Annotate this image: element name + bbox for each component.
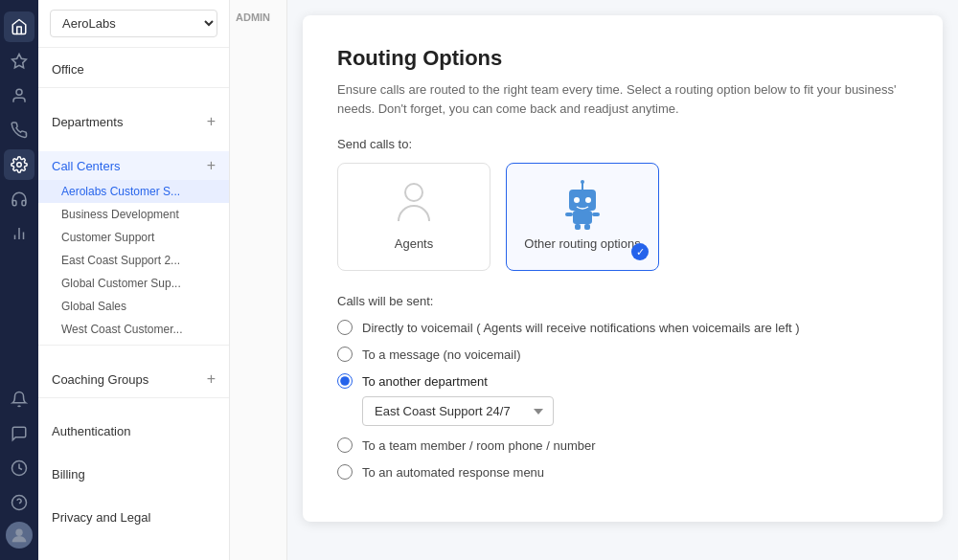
gear-icon-btn[interactable] (4, 149, 34, 180)
sidebar-item-coaching[interactable]: Coaching Groups + (38, 365, 229, 393)
departments-label: Departments (52, 115, 123, 129)
main-area: ADMIN Routing Options Ensure calls are r… (230, 0, 958, 560)
voicemail-option[interactable]: Directly to voicemail ( Agents will rece… (337, 320, 908, 335)
robot-icon (559, 183, 605, 229)
department-dropdown[interactable]: East Coast Support 24/7 Business Develop… (362, 396, 554, 426)
message-option[interactable]: To a message (no voicemail) (337, 347, 908, 362)
message-radio[interactable] (337, 347, 353, 362)
sidebar-subitem-east-coast[interactable]: East Coast Support 2... (38, 249, 229, 272)
icon-bar (0, 0, 38, 560)
svg-point-12 (581, 180, 584, 184)
sidebar-section-billing: Billing (38, 453, 229, 496)
broadcast-icon-btn[interactable] (4, 115, 34, 146)
privacy-label: Privacy and Legal (52, 510, 150, 525)
sidebar-section-coaching: Coaching Groups + (38, 357, 229, 410)
bell-icon-btn[interactable] (4, 384, 34, 414)
divider-3 (38, 397, 229, 398)
department-option[interactable]: To another department (337, 373, 908, 389)
sidebar-section-privacy: Privacy and Legal (38, 496, 229, 539)
headset-icon-btn[interactable] (4, 184, 34, 214)
automated-option[interactable]: To an automated response menu (337, 464, 908, 480)
send-calls-label: Send calls to: (337, 137, 908, 151)
svg-rect-19 (575, 224, 581, 230)
calls-sent-label: Calls will be sent: (337, 294, 908, 308)
home-icon-btn[interactable] (4, 11, 34, 42)
sidebar-item-office[interactable]: Office (38, 56, 229, 83)
department-dropdown-wrapper: East Coast Support 24/7 Business Develop… (362, 396, 908, 426)
help-icon-btn[interactable] (4, 487, 34, 518)
routing-description: Ensure calls are routed to the right tea… (337, 80, 908, 118)
call-centers-add-btn[interactable]: + (207, 158, 216, 173)
sidebar-item-call-centers[interactable]: Call Centers + (38, 151, 229, 180)
star-icon-btn[interactable] (4, 46, 34, 77)
voicemail-radio[interactable] (337, 320, 353, 335)
svg-point-1 (17, 163, 22, 168)
divider-1 (38, 87, 229, 88)
user-avatar[interactable] (6, 522, 33, 549)
sidebar-section-departments: Departments + (38, 100, 229, 144)
agents-card-label: Agents (395, 236, 433, 251)
sidebar-subitem-global-sales[interactable]: Global Sales (38, 295, 229, 318)
office-label: Office (52, 62, 84, 77)
coaching-add-btn[interactable]: + (207, 371, 216, 387)
team-member-radio[interactable] (337, 437, 353, 453)
departments-add-btn[interactable]: + (207, 114, 216, 129)
sidebar-subitem-aerolabs[interactable]: Aerolabs Customer S... (38, 180, 229, 203)
department-label: To another department (362, 374, 488, 389)
company-select-wrapper[interactable]: AeroLabs (38, 0, 229, 48)
chart-icon-btn[interactable] (4, 218, 34, 249)
svg-rect-16 (573, 211, 592, 224)
svg-rect-18 (592, 213, 600, 216)
svg-point-9 (15, 529, 22, 536)
sidebar-item-departments[interactable]: Departments + (38, 107, 229, 136)
call-centers-label: Call Centers (52, 159, 121, 173)
selected-badge: ✓ (631, 243, 649, 260)
svg-rect-17 (565, 213, 573, 216)
agents-icon (391, 183, 437, 229)
svg-point-10 (405, 184, 422, 201)
routing-panel: Routing Options Ensure calls are routed … (303, 15, 943, 522)
option-cards: Agents (337, 163, 908, 271)
coaching-label: Coaching Groups (52, 372, 148, 387)
sidebar: AeroLabs Office Departments + Call Cente… (38, 0, 230, 560)
sidebar-subitem-business-dev[interactable]: Business Development (38, 203, 229, 226)
sidebar-subitem-customer-support[interactable]: Customer Support (38, 226, 229, 249)
divider-2 (38, 345, 229, 346)
admin-title: ADMIN (234, 8, 283, 27)
other-routing-card-label: Other routing options (524, 236, 640, 251)
person-icon-btn[interactable] (4, 80, 34, 111)
agents-card[interactable]: Agents (337, 163, 490, 271)
svg-point-14 (574, 197, 580, 203)
clock-icon-btn[interactable] (4, 453, 34, 483)
sidebar-section-call-centers: Call Centers + Aerolabs Customer S... Bu… (38, 144, 229, 357)
team-member-option[interactable]: To a team member / room phone / number (337, 437, 908, 453)
billing-label: Billing (52, 467, 85, 482)
content-area: Routing Options Ensure calls are routed … (287, 0, 958, 560)
automated-label: To an automated response menu (362, 465, 544, 480)
sidebar-subitem-global-customer[interactable]: Global Customer Sup... (38, 272, 229, 295)
voicemail-label: Directly to voicemail ( Agents will rece… (362, 321, 800, 335)
auth-label: Authentication (52, 424, 130, 438)
message-label: To a message (no voicemail) (362, 347, 520, 362)
sidebar-item-auth[interactable]: Authentication (38, 417, 229, 445)
svg-point-15 (585, 197, 591, 203)
svg-point-0 (16, 89, 22, 95)
admin-panel: ADMIN (230, 0, 287, 560)
routing-title: Routing Options (337, 46, 908, 71)
team-member-label: To a team member / room phone / number (362, 438, 596, 453)
chat-icon-btn[interactable] (4, 418, 34, 449)
other-routing-card[interactable]: ✓ Other routing options (506, 163, 659, 271)
sidebar-subitem-west-coast[interactable]: West Coast Customer... (38, 318, 229, 341)
automated-radio[interactable] (337, 464, 353, 480)
call-centers-list: Aerolabs Customer S... Business Developm… (38, 180, 229, 341)
sidebar-item-privacy[interactable]: Privacy and Legal (38, 504, 229, 531)
sidebar-section-office: Office (38, 48, 229, 100)
svg-rect-13 (569, 190, 596, 211)
svg-rect-20 (584, 224, 590, 230)
sidebar-item-billing[interactable]: Billing (38, 460, 229, 488)
department-radio[interactable] (337, 373, 353, 389)
sidebar-section-auth: Authentication (38, 410, 229, 453)
company-select[interactable]: AeroLabs (50, 10, 217, 37)
